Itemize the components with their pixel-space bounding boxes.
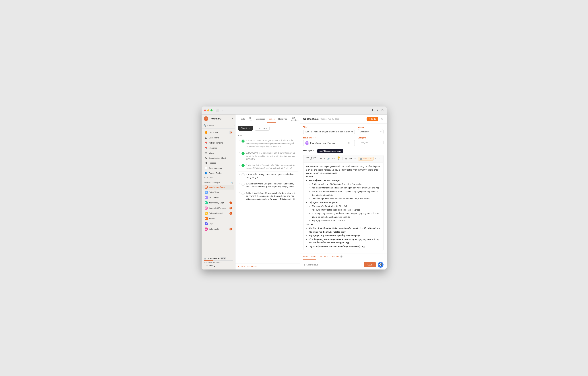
clear-owner-icon[interactable]: ✕ <box>348 142 350 144</box>
issue-item-4[interactable]: ≡ 4. Anh Tuấn Trương: Làm sao xác định c… <box>238 171 298 181</box>
issue-item-1[interactable]: ≡ ✓ 1. Anh Tài Phan: Xin chuyên gia cho … <box>238 138 298 150</box>
close-button[interactable] <box>204 110 206 111</box>
duplicate-button[interactable]: ⧉ <box>381 108 384 113</box>
owner-field[interactable]: PTH Phạm Trọng Hậu - Founder ✕ ▾ <box>303 140 355 146</box>
issue-item-6[interactable]: ≡ 6. Chị Hồng Hoàng: Có nhiều cách xây d… <box>238 190 298 202</box>
sidebar-item-conversations[interactable]: 💬 Conversations <box>202 166 234 171</box>
sidebar-item-get-started[interactable]: 🟠 Get Started <box>202 130 234 135</box>
tab-issues[interactable]: Issues <box>267 116 276 122</box>
archive-button[interactable]: 🗑 Archive Issue <box>303 264 318 266</box>
teams-search-icon[interactable]: 🔍 <box>231 182 233 184</box>
org-chart-icon: 🗂 <box>205 157 208 159</box>
sidebar-toggle-button[interactable]: ⬜ <box>216 108 220 112</box>
company-chevron-icon[interactable]: ▾ <box>232 118 233 120</box>
sidebar-item-label: Organization Chart <box>209 157 226 159</box>
interval-select[interactable]: Short term ▾ <box>358 129 384 134</box>
image-button[interactable]: 🖼 <box>344 157 347 160</box>
team-item-hr[interactable]: HD HR Dept <box>202 216 234 221</box>
show-less-button[interactable]: Show Less <box>201 176 235 179</box>
technology-badge: 7 <box>230 201 232 204</box>
emoji-button[interactable]: 😊▾ <box>336 156 341 162</box>
quick-create-issue[interactable]: + Quick Create Issue <box>235 263 300 269</box>
discuss-heading: Discuss: <box>306 223 314 225</box>
team-badge-technology: TD <box>205 201 208 204</box>
issue-item-5[interactable]: ≡ 5. Anh Bách Phạm: Bảng chỉ số này bao … <box>238 181 298 190</box>
tab-histories[interactable]: Histories5 <box>332 254 343 260</box>
team-item-support[interactable]: SP Support & Project... 3 <box>202 206 234 210</box>
team-label-dept: Dept <box>209 222 213 225</box>
issue-item-2[interactable]: ≡ ✓ 2. MECC: Với loại hình kinh doanh là… <box>238 150 298 162</box>
minimize-button[interactable] <box>207 110 209 111</box>
tab-past-meetings[interactable]: Past Meetings <box>289 114 301 124</box>
ai-progress-bar-container <box>204 260 233 261</box>
sidebar-item-meetings[interactable]: 📆 Meetings <box>202 145 234 151</box>
team-item-sales-marketing[interactable]: SM Sales & Marketing... 2 <box>202 211 234 216</box>
sidebar-item-people-review[interactable]: 👥 People Review <box>202 171 234 176</box>
sidebar-item-activity-timeline[interactable]: 📅 Activity Timeline <box>202 141 234 145</box>
maximize-button[interactable] <box>210 110 212 111</box>
table-button[interactable]: ⊞▾ <box>348 157 353 160</box>
tab-comments[interactable]: Comments <box>319 254 328 260</box>
tab-rocks[interactable]: Rocks <box>238 116 247 122</box>
title-input[interactable] <box>303 129 355 134</box>
issue-item-3[interactable]: ≡ ✓ 3. Chị Lan Anh – Truetech: Nếu DN mì… <box>238 162 298 171</box>
tab-scorecard[interactable]: Scorecard <box>254 116 267 122</box>
team-item-technology[interactable]: TD Technology Dept 7 <box>202 200 234 205</box>
add-button[interactable]: + <box>376 108 379 113</box>
ai-progress-fill <box>204 260 213 261</box>
category-select[interactable]: Category ▾ <box>358 140 384 145</box>
ai-progress-track <box>204 260 233 261</box>
search-input[interactable] <box>207 125 233 127</box>
team-item-sales[interactable]: ST Sales Team <box>202 190 234 195</box>
team-item-leadership[interactable]: LT Leadership Team <box>202 185 234 189</box>
paragraph-select[interactable]: Paragraph ▾ <box>305 156 317 162</box>
issues-panel: Rocks To-dos Scorecard Issues Headlines … <box>235 114 300 269</box>
content-area: Rocks To-dos Scorecard Issues Headlines … <box>235 114 387 269</box>
issue-text-5: 5. Anh Bách Phạm: Bảng chỉ số này bao lâ… <box>246 182 297 188</box>
sidebar-item-dashboard[interactable]: ⊞ Dashboard <box>202 135 234 140</box>
owner-chevron-icon[interactable]: ▾ <box>352 142 353 144</box>
tab-todos[interactable]: To-dos <box>247 114 254 124</box>
sidebar-item-vision[interactable]: 👁 Vision <box>202 151 234 155</box>
save-button[interactable]: Save <box>364 262 376 267</box>
drag-handle-icon: ≡ <box>239 164 240 166</box>
plus-format-button[interactable]: + <box>374 157 377 160</box>
italic-button[interactable]: I <box>323 157 326 160</box>
issue-check-2[interactable]: ✓ <box>242 152 245 155</box>
vision-icon: 👁 <box>205 152 208 154</box>
issue-check-1[interactable]: ✓ <box>242 140 245 143</box>
team-label-technology: Technology Dept <box>209 202 224 204</box>
ai-label: AI <box>218 257 220 259</box>
setting-item[interactable]: ⚙ Setting <box>204 263 233 268</box>
team-item-dept[interactable]: D Dept <box>202 221 234 226</box>
team-item-product[interactable]: PD Product Dept <box>202 195 234 200</box>
tab-headlines[interactable]: Headlines <box>276 116 289 122</box>
sidebar-item-process[interactable]: ⚙ Process <box>202 161 234 166</box>
long-term-filter[interactable]: Long term <box>255 126 270 131</box>
detail-close-button[interactable]: ✕ <box>380 117 384 121</box>
link-button[interactable]: 🔗 <box>326 157 331 160</box>
editor-content[interactable]: Anh Tài Phan: Xin chuyên gia cho biết đầ… <box>303 163 384 251</box>
team-badge-leadership: LT <box>205 186 208 189</box>
issue-check-5[interactable] <box>242 183 245 186</box>
bold-button[interactable]: B <box>319 157 323 160</box>
forward-button[interactable]: › <box>225 108 227 112</box>
issue-check-3[interactable]: ✓ <box>242 164 245 167</box>
chat-button[interactable]: 💬 <box>378 262 384 268</box>
share-button[interactable]: ⬆ <box>371 108 374 113</box>
todo-button[interactable]: + To-do <box>367 117 378 121</box>
short-term-filter[interactable]: Short term <box>238 126 253 131</box>
more-button[interactable]: ⋯ <box>353 157 357 160</box>
tab-linked-todos[interactable]: Linked To-dos <box>303 254 316 260</box>
issue-check-4[interactable] <box>242 173 245 177</box>
sidebar-item-organization-chart[interactable]: 🗂 Organization Chart <box>202 155 234 160</box>
description-header: Description Ask AI to summarize Issue <box>303 149 384 154</box>
teams-toggle-icon[interactable]: ▾ <box>204 182 204 184</box>
expand-button[interactable]: ⤢ <box>378 157 381 160</box>
team-item-sale-ban-le[interactable]: SB Sale bán lẻ 1 <box>202 227 234 232</box>
back-button[interactable]: ‹ <box>221 108 223 112</box>
company-name[interactable]: Thương mại <box>210 117 231 120</box>
issue-check-6[interactable] <box>242 192 245 195</box>
text-color-button[interactable]: A▾ <box>331 157 336 160</box>
summarize-button[interactable]: 🤖 Summarize <box>358 157 374 161</box>
